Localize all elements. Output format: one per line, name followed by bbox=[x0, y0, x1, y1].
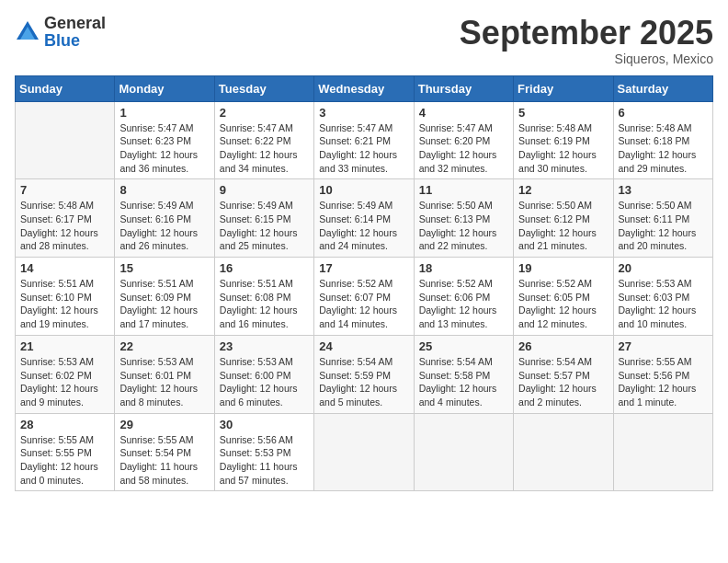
day-info: Sunrise: 5:49 AM Sunset: 6:14 PM Dayligh… bbox=[319, 199, 408, 253]
calendar-cell: 26Sunrise: 5:54 AM Sunset: 5:57 PM Dayli… bbox=[514, 335, 613, 413]
calendar-cell: 1Sunrise: 5:47 AM Sunset: 6:23 PM Daylig… bbox=[115, 101, 214, 179]
day-info: Sunrise: 5:55 AM Sunset: 5:55 PM Dayligh… bbox=[20, 433, 109, 488]
calendar-cell: 3Sunrise: 5:47 AM Sunset: 6:21 PM Daylig… bbox=[314, 101, 414, 179]
logo-blue: Blue bbox=[44, 32, 106, 50]
day-info: Sunrise: 5:53 AM Sunset: 6:00 PM Dayligh… bbox=[220, 355, 309, 409]
month-year-title: September 2025 bbox=[460, 15, 713, 52]
calendar-week-row: 1Sunrise: 5:47 AM Sunset: 6:23 PM Daylig… bbox=[16, 101, 713, 179]
calendar-cell: 4Sunrise: 5:47 AM Sunset: 6:20 PM Daylig… bbox=[414, 101, 513, 179]
calendar-cell: 6Sunrise: 5:48 AM Sunset: 6:18 PM Daylig… bbox=[613, 101, 712, 179]
day-info: Sunrise: 5:47 AM Sunset: 6:21 PM Dayligh… bbox=[319, 121, 408, 176]
calendar-cell: 18Sunrise: 5:52 AM Sunset: 6:06 PM Dayli… bbox=[414, 258, 513, 336]
day-number: 26 bbox=[518, 339, 608, 353]
day-info: Sunrise: 5:55 AM Sunset: 5:54 PM Dayligh… bbox=[119, 433, 209, 488]
calendar-cell: 13Sunrise: 5:50 AM Sunset: 6:11 PM Dayli… bbox=[613, 179, 712, 258]
day-info: Sunrise: 5:54 AM Sunset: 5:58 PM Dayligh… bbox=[419, 355, 508, 409]
location-title: Siqueros, Mexico bbox=[460, 52, 713, 66]
calendar-table: SundayMondayTuesdayWednesdayThursdayFrid… bbox=[15, 75, 713, 492]
day-info: Sunrise: 5:51 AM Sunset: 6:09 PM Dayligh… bbox=[119, 277, 209, 331]
day-info: Sunrise: 5:52 AM Sunset: 6:07 PM Dayligh… bbox=[319, 277, 408, 331]
day-number: 9 bbox=[220, 183, 309, 197]
day-info: Sunrise: 5:54 AM Sunset: 5:59 PM Dayligh… bbox=[319, 355, 408, 409]
calendar-week-row: 14Sunrise: 5:51 AM Sunset: 6:10 PM Dayli… bbox=[16, 258, 713, 336]
calendar-cell bbox=[514, 413, 613, 491]
day-number: 18 bbox=[419, 261, 508, 275]
day-number: 19 bbox=[518, 261, 608, 275]
calendar-cell: 27Sunrise: 5:55 AM Sunset: 5:56 PM Dayli… bbox=[613, 335, 712, 413]
day-number: 13 bbox=[619, 183, 708, 197]
day-number: 22 bbox=[119, 339, 209, 353]
day-info: Sunrise: 5:53 AM Sunset: 6:03 PM Dayligh… bbox=[619, 277, 708, 331]
day-number: 2 bbox=[220, 106, 309, 120]
weekday-header-row: SundayMondayTuesdayWednesdayThursdayFrid… bbox=[16, 75, 713, 101]
day-number: 5 bbox=[518, 106, 608, 120]
day-info: Sunrise: 5:55 AM Sunset: 5:56 PM Dayligh… bbox=[619, 355, 708, 409]
day-info: Sunrise: 5:50 AM Sunset: 6:11 PM Dayligh… bbox=[619, 199, 708, 253]
day-info: Sunrise: 5:52 AM Sunset: 6:05 PM Dayligh… bbox=[518, 277, 608, 331]
day-info: Sunrise: 5:47 AM Sunset: 6:22 PM Dayligh… bbox=[220, 121, 309, 176]
day-number: 7 bbox=[20, 183, 109, 197]
day-number: 8 bbox=[119, 183, 209, 197]
calendar-cell: 7Sunrise: 5:48 AM Sunset: 6:17 PM Daylig… bbox=[16, 179, 115, 258]
calendar-cell: 23Sunrise: 5:53 AM Sunset: 6:00 PM Dayli… bbox=[214, 335, 313, 413]
weekday-header-sunday: Sunday bbox=[16, 75, 115, 101]
title-block: September 2025 Siqueros, Mexico bbox=[460, 15, 713, 66]
calendar-cell: 2Sunrise: 5:47 AM Sunset: 6:22 PM Daylig… bbox=[214, 101, 313, 179]
day-number: 17 bbox=[319, 261, 408, 275]
calendar-week-row: 7Sunrise: 5:48 AM Sunset: 6:17 PM Daylig… bbox=[16, 179, 713, 258]
day-info: Sunrise: 5:47 AM Sunset: 6:23 PM Dayligh… bbox=[119, 121, 209, 176]
day-info: Sunrise: 5:51 AM Sunset: 6:08 PM Dayligh… bbox=[220, 277, 309, 331]
calendar-cell: 10Sunrise: 5:49 AM Sunset: 6:14 PM Dayli… bbox=[314, 179, 414, 258]
calendar-cell: 29Sunrise: 5:55 AM Sunset: 5:54 PM Dayli… bbox=[115, 413, 214, 491]
logo-general: General bbox=[44, 15, 106, 32]
day-number: 6 bbox=[619, 106, 708, 120]
day-number: 12 bbox=[518, 183, 608, 197]
day-number: 23 bbox=[220, 339, 309, 353]
day-info: Sunrise: 5:54 AM Sunset: 5:57 PM Dayligh… bbox=[518, 355, 608, 409]
day-info: Sunrise: 5:48 AM Sunset: 6:18 PM Dayligh… bbox=[619, 121, 708, 176]
calendar-cell: 9Sunrise: 5:49 AM Sunset: 6:15 PM Daylig… bbox=[214, 179, 313, 258]
day-number: 21 bbox=[20, 339, 109, 353]
day-number: 1 bbox=[119, 106, 209, 120]
weekday-header-friday: Friday bbox=[514, 75, 613, 101]
calendar-week-row: 28Sunrise: 5:55 AM Sunset: 5:55 PM Dayli… bbox=[16, 413, 713, 491]
calendar-cell bbox=[314, 413, 414, 491]
calendar-cell: 24Sunrise: 5:54 AM Sunset: 5:59 PM Dayli… bbox=[314, 335, 414, 413]
calendar-week-row: 21Sunrise: 5:53 AM Sunset: 6:02 PM Dayli… bbox=[16, 335, 713, 413]
calendar-cell: 17Sunrise: 5:52 AM Sunset: 6:07 PM Dayli… bbox=[314, 258, 414, 336]
day-number: 16 bbox=[220, 261, 309, 275]
day-info: Sunrise: 5:50 AM Sunset: 6:13 PM Dayligh… bbox=[419, 199, 508, 253]
weekday-header-wednesday: Wednesday bbox=[314, 75, 414, 101]
day-info: Sunrise: 5:48 AM Sunset: 6:17 PM Dayligh… bbox=[20, 199, 109, 253]
calendar-cell: 28Sunrise: 5:55 AM Sunset: 5:55 PM Dayli… bbox=[16, 413, 115, 491]
day-number: 20 bbox=[619, 261, 708, 275]
day-info: Sunrise: 5:49 AM Sunset: 6:15 PM Dayligh… bbox=[220, 199, 309, 253]
day-info: Sunrise: 5:53 AM Sunset: 6:02 PM Dayligh… bbox=[20, 355, 109, 409]
day-info: Sunrise: 5:56 AM Sunset: 5:53 PM Dayligh… bbox=[220, 433, 309, 488]
logo-icon bbox=[15, 19, 40, 45]
day-number: 14 bbox=[20, 261, 109, 275]
day-info: Sunrise: 5:48 AM Sunset: 6:19 PM Dayligh… bbox=[518, 121, 608, 176]
day-info: Sunrise: 5:50 AM Sunset: 6:12 PM Dayligh… bbox=[518, 199, 608, 253]
page-header: General Blue September 2025 Siqueros, Me… bbox=[15, 15, 713, 66]
day-number: 3 bbox=[319, 106, 408, 120]
calendar-cell: 11Sunrise: 5:50 AM Sunset: 6:13 PM Dayli… bbox=[414, 179, 513, 258]
calendar-cell: 19Sunrise: 5:52 AM Sunset: 6:05 PM Dayli… bbox=[514, 258, 613, 336]
day-number: 25 bbox=[419, 339, 508, 353]
day-info: Sunrise: 5:53 AM Sunset: 6:01 PM Dayligh… bbox=[119, 355, 209, 409]
day-number: 11 bbox=[419, 183, 508, 197]
calendar-cell: 30Sunrise: 5:56 AM Sunset: 5:53 PM Dayli… bbox=[214, 413, 313, 491]
calendar-cell: 22Sunrise: 5:53 AM Sunset: 6:01 PM Dayli… bbox=[115, 335, 214, 413]
day-number: 27 bbox=[619, 339, 708, 353]
calendar-cell: 25Sunrise: 5:54 AM Sunset: 5:58 PM Dayli… bbox=[414, 335, 513, 413]
calendar-cell bbox=[414, 413, 513, 491]
day-info: Sunrise: 5:52 AM Sunset: 6:06 PM Dayligh… bbox=[419, 277, 508, 331]
weekday-header-monday: Monday bbox=[115, 75, 214, 101]
weekday-header-tuesday: Tuesday bbox=[214, 75, 313, 101]
calendar-cell: 12Sunrise: 5:50 AM Sunset: 6:12 PM Dayli… bbox=[514, 179, 613, 258]
calendar-cell: 15Sunrise: 5:51 AM Sunset: 6:09 PM Dayli… bbox=[115, 258, 214, 336]
calendar-cell: 16Sunrise: 5:51 AM Sunset: 6:08 PM Dayli… bbox=[214, 258, 313, 336]
day-number: 10 bbox=[319, 183, 408, 197]
calendar-cell bbox=[16, 101, 115, 179]
calendar-cell: 21Sunrise: 5:53 AM Sunset: 6:02 PM Dayli… bbox=[16, 335, 115, 413]
